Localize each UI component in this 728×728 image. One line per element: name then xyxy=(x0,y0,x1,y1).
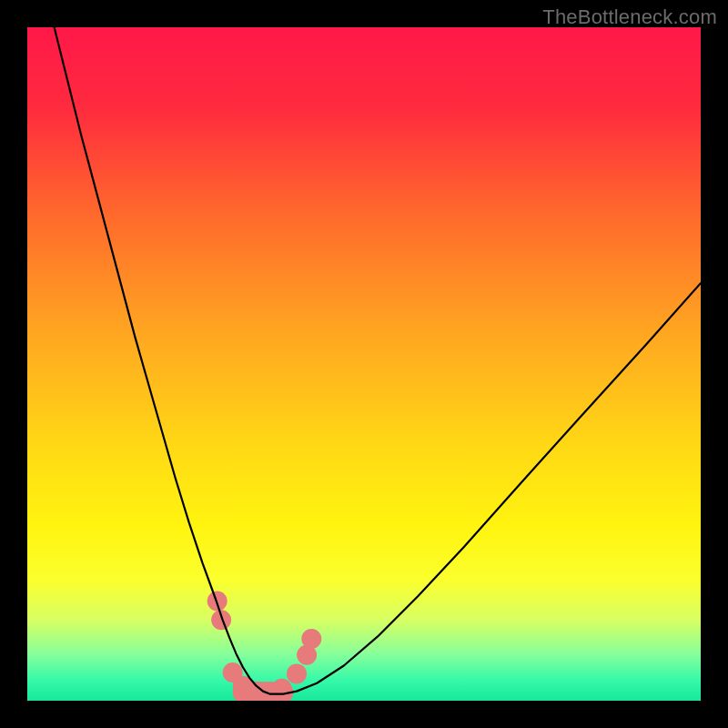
marker-point xyxy=(301,629,321,649)
marker-point xyxy=(272,679,292,699)
marker-point xyxy=(287,663,307,683)
chart-background xyxy=(27,27,701,701)
plot-area xyxy=(27,27,701,701)
watermark-text: TheBottleneck.com xyxy=(542,5,717,29)
chart-frame: TheBottleneck.com xyxy=(0,0,728,728)
bottleneck-chart xyxy=(27,27,701,701)
